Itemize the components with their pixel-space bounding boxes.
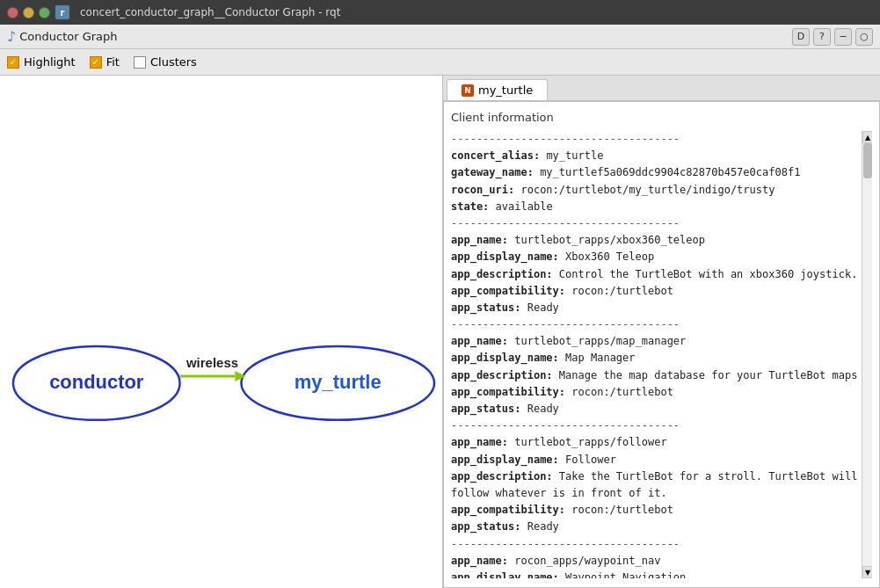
info-value: Ready [520, 403, 558, 415]
info-label: app_status: [451, 520, 520, 533]
topbar: ♪ Conductor Graph D ? − ○ [0, 25, 880, 49]
maximize-button[interactable] [39, 7, 50, 18]
info-line: state: available [451, 199, 860, 215]
minimize-window-button[interactable]: − [834, 28, 852, 46]
info-line: rocon_uri: rocon:/turtlebot/my_turtle/in… [451, 182, 860, 199]
info-line: ------------------------------------ [451, 536, 860, 553]
fit-checkbox[interactable] [90, 56, 102, 69]
client-info-title: Client information [451, 111, 872, 124]
main-content: conductor my_turtle wireless N my_turtle… [0, 76, 880, 588]
info-value: Map Manager [559, 352, 636, 364]
info-scroll-area: ------------------------------------conc… [451, 131, 872, 578]
info-label: state: [451, 200, 489, 213]
info-label: app_name: [451, 436, 508, 448]
info-label: app_status: [451, 301, 520, 314]
info-panel: N my_turtle Client information ---------… [443, 76, 880, 588]
info-text: ------------------------------------conc… [451, 131, 860, 578]
topbar-right[interactable]: D ? − ○ [792, 28, 873, 46]
info-line: app_status: Ready [451, 300, 860, 316]
info-label: app_display_name: [451, 454, 559, 466]
info-value: turtlebot_rapps/follower [508, 436, 667, 448]
svg-text:conductor: conductor [49, 371, 144, 393]
info-label: app_display_name: [451, 250, 559, 263]
info-value: rocon_apps/waypoint_nav [508, 555, 660, 567]
info-value: Follower [559, 454, 616, 466]
close-button[interactable] [7, 7, 18, 18]
info-value: Waypoint Navigation [559, 571, 687, 578]
info-label: app_description: [451, 369, 553, 381]
info-line: app_display_name: Map Manager [451, 350, 860, 367]
d-button[interactable]: D [792, 28, 810, 46]
info-label: app_compatibility: [451, 386, 565, 398]
info-label: concert_alias: [451, 149, 540, 162]
info-value: my_turtle [540, 149, 603, 162]
info-label: app_status: [451, 403, 520, 415]
clusters-checkbox[interactable] [134, 56, 146, 69]
info-value: Ready [520, 301, 558, 314]
clusters-label: Clusters [150, 55, 197, 69]
scroll-up-arrow[interactable]: ▲ [862, 131, 872, 143]
info-value: rocon:/turtlebot [565, 504, 673, 516]
info-line: app_name: turtlebot_rapps/map_manager [451, 333, 860, 350]
app-icon: r [55, 5, 69, 19]
info-line: app_name: turtlebot_rapps/follower [451, 434, 860, 451]
info-scroll-wrapper: ------------------------------------conc… [451, 131, 860, 578]
info-value: my_turtlef5a069ddc9904c82870b457e0caf08f… [534, 166, 800, 178]
info-value: available [489, 200, 552, 213]
info-line: app_status: Ready [451, 519, 860, 535]
info-value: turtlebot_rapps/map_manager [508, 335, 686, 347]
scrollbar-thumb[interactable] [863, 143, 872, 178]
minimize-button[interactable] [23, 7, 34, 18]
info-value: turtlebot_rapps/xbox360_teleop [508, 234, 705, 246]
tab-icon: N [462, 84, 474, 97]
toolbar: Highlight Fit Clusters [0, 49, 880, 76]
scroll-down-arrow[interactable]: ▼ [862, 566, 872, 578]
info-label: app_display_name: [451, 352, 559, 364]
info-value: rocon:/turtlebot/my_turtle/indigo/trusty [514, 184, 775, 196]
info-content: Client information ---------------------… [443, 101, 880, 588]
info-label: app_compatibility: [451, 285, 565, 297]
info-line: app_description: Take the TurtleBot for … [451, 468, 860, 502]
info-label: app_description: [451, 470, 553, 483]
info-label: app_compatibility: [451, 504, 565, 516]
info-line: concert_alias: my_turtle [451, 148, 860, 164]
my-turtle-tab[interactable]: N my_turtle [447, 79, 548, 100]
info-line: app_display_name: Waypoint Navigation [451, 570, 860, 578]
info-label: app_display_name: [451, 571, 559, 578]
graph-svg: conductor my_turtle wireless [0, 76, 442, 588]
info-value: Control the TurtleBot with an xbox360 jo… [553, 268, 858, 280]
close-window-button[interactable]: ○ [855, 28, 873, 46]
info-line: app_status: Ready [451, 401, 860, 417]
topbar-title: Conductor Graph [19, 30, 117, 43]
graph-panel: conductor my_turtle wireless [0, 76, 443, 588]
info-label: app_name: [451, 555, 508, 567]
titlebar: r concert_conductor_graph__Conductor Gra… [0, 0, 880, 25]
info-value: Ready [520, 520, 558, 533]
info-line: app_name: turtlebot_rapps/xbox360_teleop [451, 232, 860, 249]
tab-label: my_turtle [478, 83, 533, 97]
info-value: Xbox360 Teleop [559, 250, 654, 263]
tab-bar: N my_turtle [443, 76, 880, 101]
highlight-checkbox-item[interactable]: Highlight [7, 55, 76, 69]
info-label: rocon_uri: [451, 184, 514, 196]
fit-checkbox-item[interactable]: Fit [90, 55, 120, 69]
info-value: rocon:/turtlebot [565, 386, 673, 398]
info-line: ------------------------------------ [451, 215, 860, 232]
info-line: ------------------------------------ [451, 131, 860, 148]
svg-text:my_turtle: my_turtle [295, 371, 382, 393]
info-line: app_compatibility: rocon:/turtlebot [451, 384, 860, 401]
topbar-left: ♪ Conductor Graph [7, 28, 118, 45]
info-line: app_compatibility: rocon:/turtlebot [451, 502, 860, 519]
info-line: ------------------------------------ [451, 417, 860, 434]
help-button[interactable]: ? [813, 28, 831, 46]
scrollbar[interactable]: ▲ ▼ [862, 131, 872, 578]
info-line: app_description: Manage the map database… [451, 367, 860, 384]
highlight-checkbox[interactable] [7, 56, 19, 69]
info-line: app_display_name: Xbox360 Teleop [451, 249, 860, 265]
info-value: rocon:/turtlebot [565, 285, 673, 297]
window-controls[interactable] [7, 7, 50, 18]
info-label: app_name: [451, 234, 508, 246]
highlight-label: Highlight [24, 55, 76, 69]
clusters-checkbox-item[interactable]: Clusters [134, 55, 197, 69]
window-title: concert_conductor_graph__Conductor Graph… [80, 6, 340, 18]
